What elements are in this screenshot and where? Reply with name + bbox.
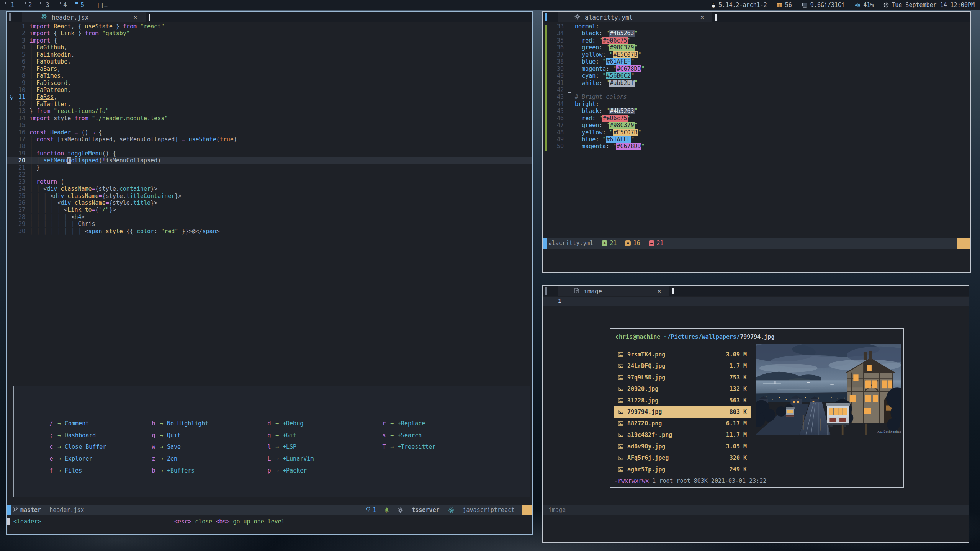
binding-key: b — [151, 467, 156, 474]
code-line-24[interactable]: 24│ │ <div className={style.container}> — [7, 185, 532, 192]
scroll-indicator[interactable] — [957, 238, 970, 249]
git-branch[interactable]: master — [13, 507, 41, 514]
code-line-41[interactable]: 41 white: "#abb2bf" — [543, 80, 970, 87]
lsp-gear-icon — [398, 507, 403, 513]
code-buffer[interactable]: 1import React, { useState } from "react"… — [7, 23, 532, 235]
file-row-9rsmTK4.png[interactable]: 9rsmTK4.png3.09 M — [614, 349, 751, 360]
file-row-AFq5r6j.jpeg[interactable]: AFq5r6j.jpeg320 K — [614, 452, 751, 464]
code-line-49[interactable]: 49 blue: "#61AFEF" — [543, 136, 970, 143]
code-line-42[interactable]: 42 — [543, 87, 970, 93]
code-line-44[interactable]: 44 bright: — [543, 101, 970, 108]
code-line-12[interactable]: 12│ FaTwitter, — [7, 101, 532, 108]
code-buffer[interactable]: 33 normal:34 black: "#4b5263"35 red: "#e… — [543, 23, 970, 150]
code-line-37[interactable]: 37 yellow: "#E5C07B" — [543, 51, 970, 58]
code-line-34[interactable]: 34 black: "#4b5263" — [543, 30, 970, 37]
volume-module[interactable]: 41% — [855, 2, 874, 8]
arrow-icon: → — [57, 455, 61, 462]
code-line-5[interactable]: 5│ FaLinkedin, — [7, 51, 532, 58]
code-line-8[interactable]: 8│ FaTimes, — [7, 72, 532, 79]
file-row-882720.png[interactable]: 882720.png6.17 M — [614, 418, 751, 429]
code-line-10[interactable]: 10│ FaPatreon, — [7, 87, 532, 93]
file-row-ad6v90y.jpg[interactable]: ad6v90y.jpg3.05 M — [614, 441, 751, 452]
code-line-36[interactable]: 36 green: "#98C379" — [543, 44, 970, 51]
code-line-22[interactable]: 22│ — [7, 171, 532, 178]
code-line-3[interactable]: 3import { — [7, 37, 532, 44]
code-line-7[interactable]: 7│ FaBars, — [7, 65, 532, 72]
code-line-19[interactable]: 19│ function toggleMenu() { — [7, 150, 532, 157]
whichkey-column-1: /→Comment;→Dashboardc→Close Buffere→Expl… — [49, 418, 151, 476]
code-line-26[interactable]: 26│ │ │ │ <div className={style.title}> — [7, 199, 532, 206]
code-line-25[interactable]: 25│ │ │ <div className={style.titleConta… — [7, 193, 532, 199]
tab-close-icon[interactable]: ✕ — [700, 14, 704, 21]
code-line-35[interactable]: 35 red: "#e06c75" — [543, 37, 970, 44]
memory-icon — [802, 3, 808, 8]
file-row-31228.jpg[interactable]: 31228.jpg563 K — [614, 395, 751, 406]
file-list[interactable]: 9rsmTK4.png3.09 M24LrDFQ.jpg1.7 M97q9L5D… — [614, 349, 751, 475]
workspace-switcher[interactable]: 12345 — [5, 1, 93, 9]
code-line-1[interactable]: 1import React, { useState } from "react" — [7, 23, 532, 30]
code-line-47[interactable]: 47 green: "#98C379" — [543, 122, 970, 129]
binding-key: / — [49, 420, 54, 427]
code-line-14[interactable]: 14import style from "./header.module.les… — [7, 115, 532, 122]
code-line-23[interactable]: 23│ return ( — [7, 178, 532, 185]
code-line-33[interactable]: 33 normal: — [543, 23, 970, 30]
line-number: 36 — [543, 44, 564, 51]
code-line-2[interactable]: 2import { Link } from "gatsby" — [7, 30, 532, 37]
code-line-16[interactable]: 16const Header = () ⇒ { — [7, 129, 532, 136]
editor-window-alacritty-yml[interactable]: alacritty.yml ✕ 33 normal:34 black: "#4b… — [542, 11, 971, 273]
code-line-6[interactable]: 6│ FaYoutube, — [7, 58, 532, 65]
tab-close-icon[interactable]: ✕ — [134, 14, 137, 21]
code-line-21[interactable]: 21│ } — [7, 164, 532, 171]
current-line[interactable]: 1 — [543, 297, 969, 306]
tab-close-icon[interactable]: ✕ — [658, 288, 661, 294]
file-row-24LrDFQ.jpg[interactable]: 24LrDFQ.jpg1.7 M — [614, 360, 751, 372]
file-row-aghr5Ip.jpg[interactable]: aghr5Ip.jpg249 K — [614, 464, 751, 475]
code-line-9[interactable]: 9│ FaDiscord, — [7, 80, 532, 87]
tab-image[interactable]: image ✕ — [558, 286, 669, 296]
editor-window-image[interactable]: image ✕ 1 chris@machine ~/Pictures/wallp… — [542, 285, 969, 543]
binding-key: p — [267, 467, 272, 474]
workspace-button-3[interactable]: 3 — [40, 1, 49, 9]
code-line-45[interactable]: 45 black: "#4b5263" — [543, 108, 970, 114]
code-line-27[interactable]: 27│ │ │ │ │ <Link to={"/"}> — [7, 206, 532, 213]
file-row-97q9L5D.jpg[interactable]: 97q9L5D.jpg753 K — [614, 372, 751, 383]
code-line-17[interactable]: 17│ const [isMenuCollapsed, setMenuColla… — [7, 136, 532, 143]
statusline-filename: header.jsx — [49, 507, 84, 513]
file-row-799794.jpg[interactable]: 799794.jpg803 K — [614, 406, 751, 418]
code-line-30[interactable]: 30│ │ │ │ │ │ │ │ <span style={{ color: … — [7, 228, 532, 235]
scroll-indicator[interactable] — [522, 505, 532, 515]
file-size: 3.05 M — [719, 443, 747, 450]
workspace-button-2[interactable]: 2 — [23, 1, 32, 9]
code-line-43[interactable]: 43 # Bright colors — [543, 93, 970, 100]
workspace-button-1[interactable]: 1 — [5, 1, 15, 9]
code-line-15[interactable]: 15 — [7, 122, 532, 129]
code-line-4[interactable]: 4│ FaGithub, — [7, 44, 532, 51]
code-line-28[interactable]: 28│ │ │ │ │ │ <h4> — [7, 214, 532, 221]
code-line-48[interactable]: 48 yellow: "#E5C07B" — [543, 129, 970, 136]
tabline: header.jsx ✕ — [7, 12, 532, 22]
command-line[interactable]: <leader> <esc>close<bs>go up one level — [7, 516, 532, 527]
workspace-button-4[interactable]: 4 — [58, 1, 67, 9]
code-line-46[interactable]: 46 red: "#e06c75" — [543, 115, 970, 122]
tab-header-jsx[interactable]: header.jsx ✕ — [22, 12, 146, 22]
code-line-39[interactable]: 39 magenta: "#C678DD" — [543, 65, 970, 72]
code-line-50[interactable]: 50 magenta: "#C678DD" — [543, 143, 970, 150]
editor-window-header-jsx[interactable]: header.jsx ✕ 1import React, { useState }… — [6, 11, 533, 535]
code-line-40[interactable]: 40 cyan: "#56B6C2" — [543, 72, 970, 79]
tab-alacritty-yml[interactable]: alacritty.yml ✕ — [558, 12, 712, 22]
layout-indicator[interactable]: []= — [97, 2, 108, 9]
code-line-29[interactable]: 29│ │ │ │ │ │ │ Chris — [7, 221, 532, 227]
code-line-20[interactable]: 20│ │ setMenuCollapsed(!isMenuCollapsed) — [7, 157, 532, 164]
code-line-38[interactable]: 38 blue: "#61AFEF" — [543, 58, 970, 65]
cmdline-cursor — [7, 518, 10, 525]
code-line-18[interactable]: 18│ — [7, 143, 532, 150]
tabline-marker — [545, 287, 547, 295]
file-name: AFq5r6j.jpeg — [627, 455, 719, 461]
line-number: 9 — [7, 80, 25, 87]
file-row-a19c482f~.png[interactable]: a19c482f~.png11.7 M — [614, 429, 751, 441]
file-row-20920.jpg[interactable]: 20920.jpg132 K — [614, 383, 751, 395]
code-line-11[interactable]: 11│ FaRss, — [7, 93, 532, 100]
workspace-button-5[interactable]: 5 — [75, 1, 85, 9]
code-line-13[interactable]: 13} from "react-icons/fa" — [7, 108, 532, 114]
diagnostics[interactable]: 1 — [366, 507, 376, 514]
